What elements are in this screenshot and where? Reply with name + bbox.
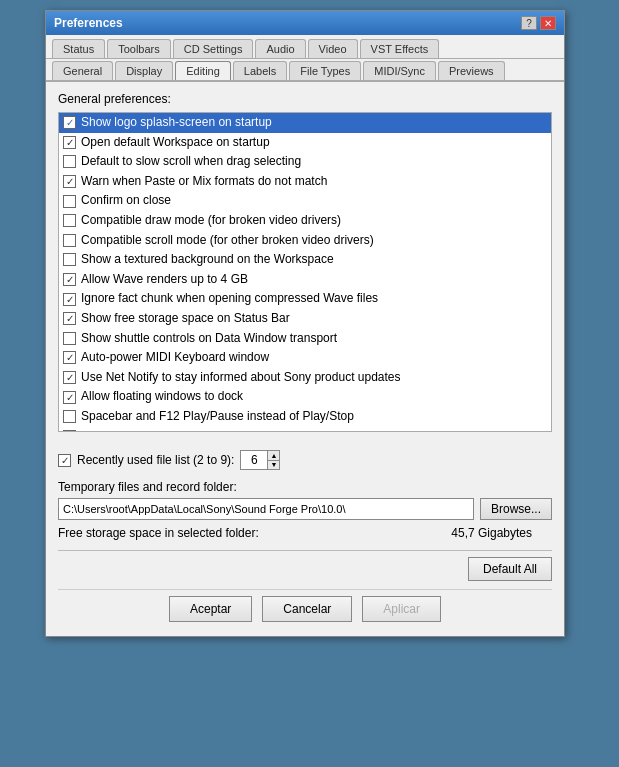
folder-row: Browse... xyxy=(58,498,552,520)
bottom-section: Recently used file list (2 to 9): ▲ ▼ Te… xyxy=(46,442,564,636)
checkbox-confirm-close[interactable] xyxy=(63,195,76,208)
default-all-button[interactable]: Default All xyxy=(468,557,552,581)
checkbox-ignore-fact[interactable] xyxy=(63,293,76,306)
title-bar: Preferences ? ✕ xyxy=(46,11,564,35)
list-item[interactable]: Confirm on close xyxy=(59,191,551,211)
checkbox-textured-bg[interactable] xyxy=(63,253,76,266)
checkbox-slow-scroll[interactable] xyxy=(63,155,76,168)
item-text-free-storage: Show free storage space on Status Bar xyxy=(81,311,290,327)
item-text-ignore-fact: Ignore fact chunk when opening compresse… xyxy=(81,291,378,307)
item-text-shuttle-controls: Show shuttle controls on Data Window tra… xyxy=(81,331,337,347)
tab-file-types[interactable]: File Types xyxy=(289,61,361,80)
tab-general[interactable]: General xyxy=(52,61,113,80)
aplicar-button[interactable]: Aplicar xyxy=(362,596,441,622)
aceptar-button[interactable]: Aceptar xyxy=(169,596,252,622)
tab-cd-settings[interactable]: CD Settings xyxy=(173,39,254,58)
spin-arrows: ▲ ▼ xyxy=(268,450,280,470)
item-text-net-notify: Use Net Notify to stay informed about So… xyxy=(81,370,401,386)
checkbox-free-storage[interactable] xyxy=(63,312,76,325)
tab-editing[interactable]: Editing xyxy=(175,61,231,80)
help-button[interactable]: ? xyxy=(521,16,537,30)
window-title: Preferences xyxy=(54,16,123,30)
spin-down-button[interactable]: ▼ xyxy=(268,461,279,470)
checkbox-net-notify[interactable] xyxy=(63,371,76,384)
tab-midi-sync[interactable]: MIDI/Sync xyxy=(363,61,436,80)
spin-up-button[interactable]: ▲ xyxy=(268,451,279,461)
close-button[interactable]: ✕ xyxy=(540,16,556,30)
action-buttons-row: Aceptar Cancelar Aplicar xyxy=(58,589,552,630)
item-text-textured-bg: Show a textured background on the Worksp… xyxy=(81,252,334,268)
list-item[interactable]: Allow floating windows to dock xyxy=(59,387,551,407)
item-text-warn-metadata: Warn when metadata cannot be saved in th… xyxy=(81,429,337,433)
checkbox-auto-power-midi[interactable] xyxy=(63,351,76,364)
list-item[interactable]: Default to slow scroll when drag selecti… xyxy=(59,152,551,172)
item-text-wave-renders: Allow Wave renders up to 4 GB xyxy=(81,272,248,288)
list-item[interactable]: Warn when metadata cannot be saved in th… xyxy=(59,427,551,433)
tab-labels[interactable]: Labels xyxy=(233,61,287,80)
temp-folder-label: Temporary files and record folder: xyxy=(58,480,552,494)
list-item[interactable]: Show logo splash-screen on startup xyxy=(59,113,551,133)
checkbox-compat-draw[interactable] xyxy=(63,214,76,227)
default-all-row: Default All xyxy=(58,557,552,581)
tabs-row2: General Display Editing Labels File Type… xyxy=(46,59,564,82)
list-item[interactable]: Show free storage space on Status Bar xyxy=(59,309,551,329)
free-space-label: Free storage space in selected folder: xyxy=(58,526,451,540)
cancelar-button[interactable]: Cancelar xyxy=(262,596,352,622)
tab-display[interactable]: Display xyxy=(115,61,173,80)
free-space-row: Free storage space in selected folder: 4… xyxy=(58,526,552,540)
tab-vst-effects[interactable]: VST Effects xyxy=(360,39,440,58)
checkbox-warn-paste[interactable] xyxy=(63,175,76,188)
list-item[interactable]: Compatible draw mode (for broken video d… xyxy=(59,211,551,231)
tab-status[interactable]: Status xyxy=(52,39,105,58)
recent-files-label: Recently used file list (2 to 9): xyxy=(77,453,234,467)
general-prefs-label: General preferences: xyxy=(58,92,552,106)
item-text-compat-draw: Compatible draw mode (for broken video d… xyxy=(81,213,341,229)
checkbox-compat-scroll[interactable] xyxy=(63,234,76,247)
browse-button[interactable]: Browse... xyxy=(480,498,552,520)
item-text-auto-power-midi: Auto-power MIDI Keyboard window xyxy=(81,350,269,366)
item-text-slow-scroll: Default to slow scroll when drag selecti… xyxy=(81,154,301,170)
item-text-default-workspace: Open default Workspace on startup xyxy=(81,135,270,151)
checkbox-spacebar-f12[interactable] xyxy=(63,410,76,423)
checkbox-logo-splash[interactable] xyxy=(63,116,76,129)
list-item[interactable]: Show a textured background on the Worksp… xyxy=(59,250,551,270)
list-item[interactable]: Allow Wave renders up to 4 GB xyxy=(59,270,551,290)
item-text-logo-splash: Show logo splash-screen on startup xyxy=(81,115,272,131)
preferences-window: Preferences ? ✕ Status Toolbars CD Setti… xyxy=(45,10,565,637)
checkbox-warn-metadata[interactable] xyxy=(63,430,76,432)
item-text-confirm-close: Confirm on close xyxy=(81,193,171,209)
item-text-floating-windows: Allow floating windows to dock xyxy=(81,389,243,405)
tabs-row1: Status Toolbars CD Settings Audio Video … xyxy=(46,35,564,59)
recent-files-checkbox-wrapper xyxy=(58,454,71,467)
tab-video[interactable]: Video xyxy=(308,39,358,58)
free-space-value: 45,7 Gigabytes xyxy=(451,526,532,540)
tab-toolbars[interactable]: Toolbars xyxy=(107,39,171,58)
recent-files-row: Recently used file list (2 to 9): ▲ ▼ xyxy=(58,450,552,470)
list-item[interactable]: Spacebar and F12 Play/Pause instead of P… xyxy=(59,407,551,427)
list-item[interactable]: Ignore fact chunk when opening compresse… xyxy=(59,289,551,309)
checkbox-floating-windows[interactable] xyxy=(63,391,76,404)
spinner-wrapper: ▲ ▼ xyxy=(240,450,280,470)
list-item[interactable]: Use Net Notify to stay informed about So… xyxy=(59,368,551,388)
checkbox-default-workspace[interactable] xyxy=(63,136,76,149)
recent-files-spinbox[interactable] xyxy=(240,450,268,470)
main-content: General preferences: Show logo splash-sc… xyxy=(46,82,564,442)
item-text-spacebar-f12: Spacebar and F12 Play/Pause instead of P… xyxy=(81,409,354,425)
item-text-warn-paste: Warn when Paste or Mix formats do not ma… xyxy=(81,174,327,190)
checkbox-shuttle-controls[interactable] xyxy=(63,332,76,345)
item-text-compat-scroll: Compatible scroll mode (for other broken… xyxy=(81,233,374,249)
title-bar-controls: ? ✕ xyxy=(521,16,556,30)
list-item[interactable]: Warn when Paste or Mix formats do not ma… xyxy=(59,172,551,192)
temp-folder-input[interactable] xyxy=(58,498,474,520)
divider xyxy=(58,550,552,551)
checkbox-wave-renders[interactable] xyxy=(63,273,76,286)
list-item[interactable]: Show shuttle controls on Data Window tra… xyxy=(59,329,551,349)
recent-files-checkbox[interactable] xyxy=(58,454,71,467)
tab-audio[interactable]: Audio xyxy=(255,39,305,58)
list-item[interactable]: Auto-power MIDI Keyboard window xyxy=(59,348,551,368)
list-item[interactable]: Open default Workspace on startup xyxy=(59,133,551,153)
list-item[interactable]: Compatible scroll mode (for other broken… xyxy=(59,231,551,251)
preferences-list[interactable]: Show logo splash-screen on startup Open … xyxy=(58,112,552,432)
tab-previews[interactable]: Previews xyxy=(438,61,505,80)
